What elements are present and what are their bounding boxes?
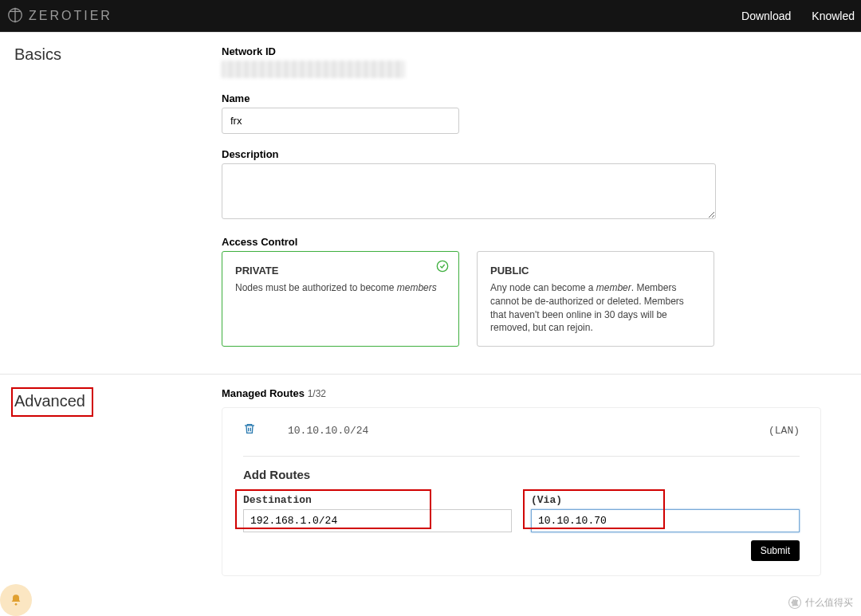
add-routes-title: Add Routes <box>243 468 800 481</box>
advanced-title: Advanced <box>11 387 93 417</box>
bell-icon[interactable] <box>0 584 32 616</box>
nav-knowledge[interactable]: Knowled <box>812 10 855 22</box>
nav-download[interactable]: Download <box>741 10 791 22</box>
basics-title: Basics <box>0 45 222 361</box>
public-title: PUBLIC <box>490 265 701 277</box>
brand-logo[interactable]: ZEROTIER <box>6 6 112 26</box>
svg-point-3 <box>437 261 447 271</box>
description-input[interactable] <box>222 163 716 219</box>
zerotier-logo-icon <box>6 6 24 26</box>
check-circle-icon <box>436 260 449 275</box>
private-desc: Nodes must be authorized to become membe… <box>235 281 446 295</box>
route-destination: 10.10.10.0/24 <box>288 425 769 437</box>
brand-text: ZEROTIER <box>29 9 112 23</box>
trash-icon[interactable] <box>243 422 256 438</box>
basics-section: Basics Network ID Name Description Acces… <box>0 32 861 374</box>
svg-point-6 <box>15 603 18 606</box>
svg-text:值: 值 <box>792 599 798 606</box>
watermark: 值 什么值得买 <box>788 595 853 610</box>
name-input[interactable] <box>222 108 459 134</box>
divider <box>243 456 800 457</box>
route-lan-tag: (LAN) <box>769 425 800 437</box>
description-label: Description <box>222 148 821 160</box>
public-desc: Any node can become a member. Members ca… <box>490 281 701 335</box>
via-input[interactable] <box>531 509 800 532</box>
access-public-card[interactable]: PUBLIC Any node can become a member. Mem… <box>477 251 714 347</box>
advanced-section: Advanced Managed Routes 1/32 10.10.10.0/… <box>0 374 861 589</box>
app-header: ZEROTIER Download Knowled <box>0 0 861 32</box>
access-private-card[interactable]: PRIVATE Nodes must be authorized to beco… <box>222 251 459 347</box>
via-label: (Via) <box>531 494 800 506</box>
network-id-label: Network ID <box>222 45 821 57</box>
private-title: PRIVATE <box>235 265 446 277</box>
name-label: Name <box>222 92 821 104</box>
submit-button[interactable]: Submit <box>751 540 800 561</box>
network-id-value-redacted <box>222 61 405 78</box>
routes-card: 10.10.10.0/24 (LAN) Add Routes Destinati… <box>222 407 821 576</box>
destination-label: Destination <box>243 494 512 506</box>
access-control-label: Access Control <box>222 236 821 248</box>
destination-input[interactable] <box>243 509 512 532</box>
route-row: 10.10.10.0/24 (LAN) <box>243 422 800 438</box>
managed-routes-label: Managed Routes 1/32 <box>222 387 821 399</box>
